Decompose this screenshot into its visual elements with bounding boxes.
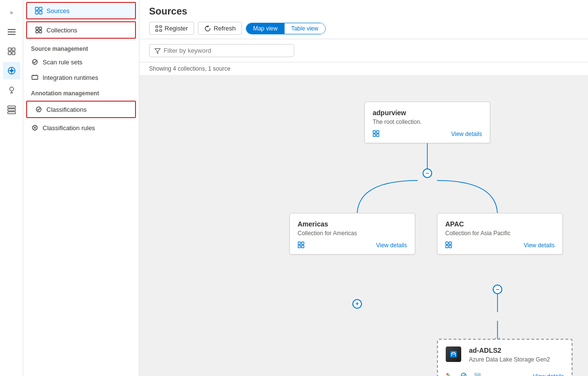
svg-rect-50: [449, 245, 452, 248]
svg-rect-16: [8, 106, 15, 108]
sidebar-item-sources[interactable]: Sources: [26, 2, 136, 19]
map-area: adpurview The root collection. View deta…: [139, 75, 588, 376]
datasources-icon[interactable]: [3, 101, 20, 118]
americas-view-details[interactable]: View details: [376, 242, 407, 249]
americas-collection-desc: Collection for Americas: [298, 230, 407, 237]
source-type: Azure Data Lake Storage Gen2: [469, 356, 564, 363]
adls-icon: [446, 346, 461, 362]
collapse-icon[interactable]: »: [3, 4, 20, 21]
svg-rect-34: [160, 30, 162, 31]
svg-rect-17: [8, 109, 15, 111]
apac-view-details[interactable]: View details: [524, 242, 555, 249]
svg-rect-24: [39, 27, 42, 30]
map-view-label: Map view: [253, 25, 278, 32]
root-card-footer: View details: [373, 130, 482, 138]
svg-rect-39: [373, 131, 376, 133]
root-collection-desc: The root collection.: [373, 119, 482, 125]
integration-runtimes-label: Integration runtimes: [43, 74, 98, 81]
purview-icon[interactable]: [3, 62, 20, 79]
svg-point-13: [10, 87, 14, 91]
svg-rect-45: [298, 245, 301, 248]
register-label: Register: [165, 25, 188, 32]
svg-rect-48: [449, 242, 452, 244]
apac-collection-icon: [445, 241, 453, 249]
svg-rect-21: [35, 11, 38, 14]
apac-collection-name: APAC: [445, 220, 555, 228]
svg-rect-49: [446, 245, 448, 248]
svg-rect-28: [32, 75, 38, 79]
svg-rect-31: [156, 26, 158, 28]
sidebar-collections-label: Collections: [46, 27, 77, 34]
catalog-icon[interactable]: [3, 43, 20, 60]
source-card-footer: ✏️ 🗑️ View details: [446, 372, 564, 376]
sidebar-item-integration-runtimes[interactable]: Integration runtimes: [23, 70, 139, 85]
register-icon: [155, 25, 162, 32]
americas-card-footer: View details: [298, 241, 407, 249]
svg-rect-6: [12, 52, 15, 55]
svg-rect-20: [39, 7, 42, 10]
svg-rect-43: [298, 242, 301, 244]
svg-rect-41: [373, 134, 376, 136]
svg-rect-46: [302, 245, 304, 248]
map-view-button[interactable]: Map view: [246, 23, 285, 34]
sidebar-item-classifications[interactable]: Classifications: [26, 101, 136, 118]
svg-point-8: [10, 69, 13, 72]
svg-rect-33: [156, 30, 158, 31]
annotation-management-label: Annotation management: [23, 85, 139, 99]
apac-collapse-btn[interactable]: −: [493, 285, 502, 294]
americas-collection-icon: [298, 241, 305, 249]
svg-rect-4: [12, 48, 15, 51]
americas-expand-btn[interactable]: +: [352, 299, 362, 309]
edit-icon[interactable]: ✏️: [446, 373, 454, 376]
source-card-header: ad-ADLS2 Azure Data Lake Storage Gen2: [446, 346, 564, 368]
root-collection-card: adpurview The root collection. View deta…: [364, 102, 490, 143]
refresh-icon: [204, 25, 211, 32]
table-view-label: Table view: [291, 25, 318, 32]
svg-rect-40: [377, 131, 379, 133]
insights-icon[interactable]: [3, 81, 20, 99]
root-collection-icon: [373, 130, 380, 138]
filter-keyword-input[interactable]: [164, 47, 289, 54]
svg-rect-26: [39, 30, 42, 33]
main-header: Sources Register Refresh Map view Table …: [139, 0, 588, 39]
delete-icon[interactable]: 🗑️: [473, 373, 482, 376]
main-content: Sources Register Refresh Map view Table …: [139, 0, 588, 376]
sidebar-item-classification-rules[interactable]: Classification rules: [23, 120, 139, 135]
sidebar: Sources Collections Source management Sc…: [23, 0, 139, 376]
scan-icon[interactable]: [460, 372, 467, 376]
apac-card-footer: View details: [445, 241, 555, 249]
sidebar-sources-label: Sources: [46, 7, 70, 15]
root-collection-name: adpurview: [373, 109, 482, 117]
sidebar-item-scan-rule-sets[interactable]: Scan rule sets: [23, 54, 139, 70]
menu-icon[interactable]: [3, 23, 20, 41]
svg-rect-23: [36, 27, 38, 30]
filter-bar: [139, 39, 588, 62]
svg-rect-0: [8, 29, 15, 30]
classifications-label: Classifications: [46, 106, 87, 113]
register-button[interactable]: Register: [149, 22, 194, 35]
svg-rect-3: [8, 48, 11, 51]
table-view-button[interactable]: Table view: [285, 23, 325, 34]
apac-collection-card: APAC Collection for Asia Pacific View de…: [437, 213, 563, 255]
sidebar-item-collections[interactable]: Collections: [26, 21, 136, 39]
refresh-button[interactable]: Refresh: [198, 22, 242, 35]
classification-rules-label: Classification rules: [43, 124, 95, 132]
svg-rect-22: [39, 11, 42, 14]
source-card: ad-ADLS2 Azure Data Lake Storage Gen2 ✏️…: [437, 339, 573, 376]
toolbar: Register Refresh Map view Table view: [149, 22, 578, 35]
scan-rule-sets-label: Scan rule sets: [43, 59, 82, 66]
refresh-label: Refresh: [213, 25, 236, 32]
showing-text: Showing 4 collections, 1 source: [139, 62, 588, 75]
svg-rect-47: [446, 242, 448, 244]
root-view-details[interactable]: View details: [451, 131, 482, 137]
view-toggle: Map view Table view: [246, 23, 326, 34]
svg-rect-42: [377, 134, 379, 136]
root-collapse-btn[interactable]: −: [422, 168, 432, 178]
svg-rect-5: [8, 52, 11, 55]
svg-rect-25: [36, 30, 38, 33]
svg-rect-32: [160, 26, 162, 28]
icon-bar: »: [0, 0, 23, 376]
americas-collection-name: Americas: [298, 220, 407, 228]
source-name: ad-ADLS2: [469, 346, 564, 354]
source-view-details[interactable]: View details: [533, 373, 564, 376]
